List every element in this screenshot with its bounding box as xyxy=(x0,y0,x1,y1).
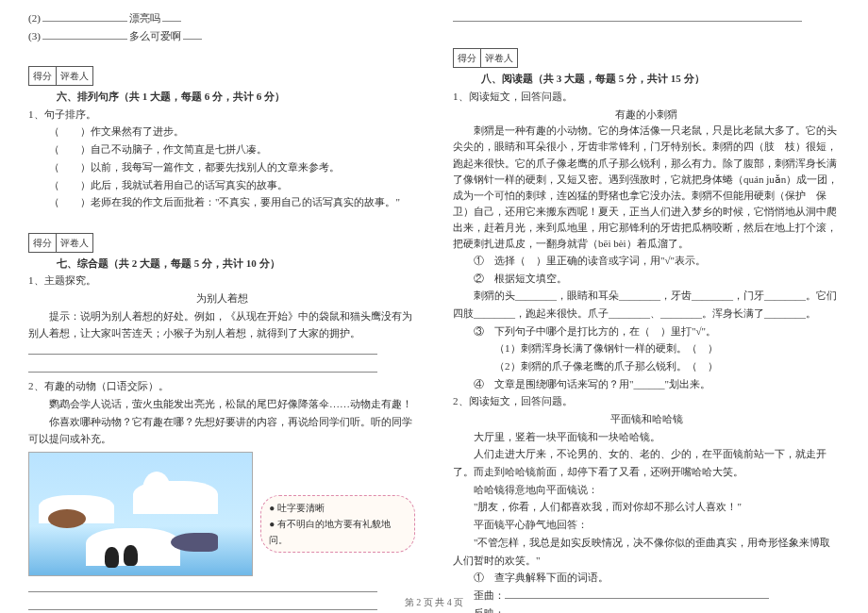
fill-line-2: (2)漂亮吗 xyxy=(28,9,415,27)
q1-body: 刺猬是一种有趣的小动物。它的身体活像一只老鼠，只是比老鼠大多了。它的头尖尖的，眼… xyxy=(453,123,840,251)
sec6-line-3: （ ）此后，我就试着用自己的话写真实的故事。 xyxy=(28,176,415,194)
q2-s1: ① 查字典解释下面的词语。 xyxy=(453,569,840,587)
q2-p2: 人们走进大厅来，不论男的、女的、老的、少的，在平面镜前站一下，就走开了。而走到哈… xyxy=(453,445,840,480)
fill-line-3: (3)多么可爱啊 xyxy=(28,27,415,45)
q1-s1: ① 选择（ ）里正确的读音或字词，用"√"表示。 xyxy=(453,252,840,270)
q1-s2: ② 根据短文填空。 xyxy=(453,270,840,288)
sec6-line-1: （ ）自己不动脑子，作文简直是七拼八凑。 xyxy=(28,141,415,158)
q2-p5: 平面镜平心静气地回答： xyxy=(453,516,840,534)
answer-line xyxy=(453,9,802,22)
q2-title: 平面镜和哈哈镜 xyxy=(453,410,840,428)
q1-title: 有趣的小刺猬 xyxy=(453,106,840,124)
q1-s3-a: （1）刺猬浑身长满了像钢针一样的硬刺。（ ） xyxy=(453,340,840,357)
page-footer: 第 2 页 共 4 页 xyxy=(0,596,868,609)
answer-line xyxy=(28,342,377,355)
q2-p6: "不管怎样，我总是如实反映情况，决不像你似的歪曲真实，用奇形怪象来博取人们暂时的… xyxy=(453,534,840,569)
sec7-q1-sub: 为别人着想 xyxy=(28,290,415,307)
q2-p3: 哈哈镜得意地向平面镜说： xyxy=(453,481,840,499)
sec7-q2-p1: 鹦鹉会学人说话，萤火虫能发出亮光，松鼠的尾巴好像降落伞……动物走有趣！ xyxy=(28,395,415,413)
score-box-8: 得分评卷人 xyxy=(453,48,518,68)
left-column: (2)漂亮吗 (3)多么可爱啊 得分评卷人 六、排列句序（共 1 大题，每题 6… xyxy=(28,9,415,613)
sec7-q2-num: 2、有趣的动物（口语交际）。 xyxy=(28,377,415,395)
q1-head: 1、阅读短文，回答问题。 xyxy=(453,88,840,106)
q1-s2-blank: 刺猬的头________，眼睛和耳朵________，牙齿________，门牙… xyxy=(453,287,840,322)
section-7-title: 七、综合题（共 2 大题，每题 5 分，共计 10 分） xyxy=(57,255,280,273)
answer-line xyxy=(28,580,377,592)
q1-s4: ④ 文章是围绕哪句话来写的？用"______"划出来。 xyxy=(453,375,840,393)
sec7-q1-hint: 提示：说明为别人着想的好处。例如，《从现在开始》中的袋鼠和猫头鹰没有为别人着想，… xyxy=(28,307,415,342)
section-6-title: 六、排列句序（共 1 大题，每题 6 分，共计 6 分） xyxy=(57,88,285,106)
q1-s3: ③ 下列句子中哪个是打比方的，在（ ）里打"√"。 xyxy=(453,323,840,340)
q2-p1: 大厅里，竖着一块平面镜和一块哈哈镜。 xyxy=(453,428,840,446)
score-box-6: 得分评卷人 xyxy=(28,66,93,86)
sec7-q1-num: 1、主题探究。 xyxy=(28,272,415,290)
sec6-line-4: （ ）老师在我的作文后面批着："不真实，要用自己的话写真实的故事。" xyxy=(28,193,415,211)
q2-head: 2、阅读短文，回答问题。 xyxy=(453,392,840,410)
animals-illustration xyxy=(28,452,253,576)
right-column: 得分评卷人 八、阅读题（共 3 大题，每题 5 分，共计 15 分） 1、阅读短… xyxy=(453,9,840,613)
sec6-q: 1、句子排序。 xyxy=(28,106,415,124)
sec6-line-0: （ ）作文果然有了进步。 xyxy=(28,123,415,141)
q1-s3-b: （2）刺猬的爪子像老鹰的爪子那么锐利。（ ） xyxy=(453,357,840,375)
sec6-line-2: （ ）以前，我每写一篇作文，都要先找别人的文章来参考。 xyxy=(28,158,415,176)
sec7-q2-p2: 你喜欢哪种动物？它有趣在哪？先想好要讲的内容，再说给同学们听。听的同学可以提问或… xyxy=(28,413,415,448)
q2-p4: "朋友，你看，人们都喜欢我，而对你却不那么讨人喜欢！" xyxy=(453,498,840,516)
score-box-7: 得分评卷人 xyxy=(28,233,93,253)
section-8-title: 八、阅读题（共 3 大题，每题 5 分，共计 15 分） xyxy=(481,70,705,88)
answer-line xyxy=(28,360,377,373)
tip-bubble: ● 吐字要清晰 ● 有不明白的地方要有礼貌地问。 xyxy=(260,495,415,553)
